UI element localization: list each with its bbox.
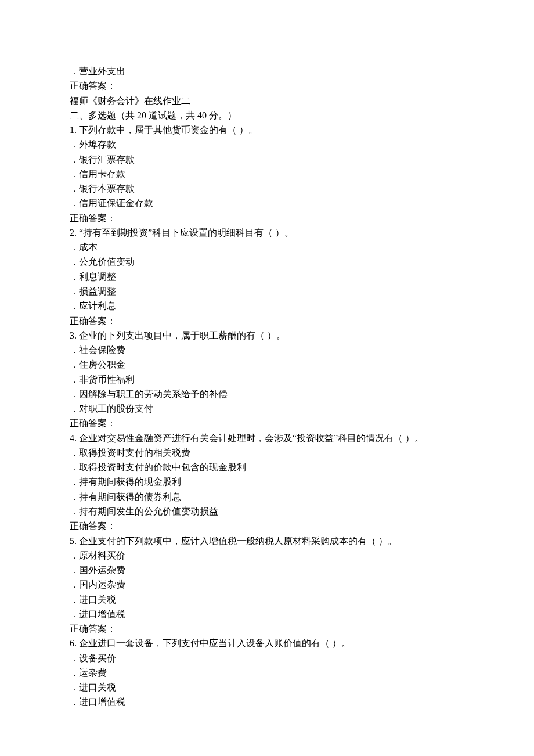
option: ．银行本票存款 [70,181,464,196]
option: ．取得投资时支付的价款中包含的现金股利 [70,460,464,474]
question-1: 1. 下列存款中，属于其他货币资金的有（ ）。 [70,123,464,137]
prev-answer-label: 正确答案： [70,78,464,93]
answer-label: 正确答案： [70,519,464,533]
option: ．住房公积金 [70,357,464,372]
option: ．信用卡存款 [70,167,464,181]
option: ．外埠存款 [70,137,464,152]
option: ．对职工的股份支付 [70,401,464,416]
question-5: 5. 企业支付的下列款项中，应计入增值税一般纳税人原材料采购成本的有（ ）。 [70,534,464,548]
option: ．成本 [70,240,464,254]
question-6: 6. 企业进口一套设备，下列支付中应当计入设备入账价值的有（ ）。 [70,636,464,650]
question-text: 企业的下列支出项目中，属于职工薪酬的有（ ）。 [77,330,286,340]
question-number: 3. [70,330,77,340]
option: ．损益调整 [70,284,464,298]
section-header: 二、多选题（共 20 道试题，共 40 分。） [70,108,464,123]
option: ．银行汇票存款 [70,152,464,167]
answer-label: 正确答案： [70,621,464,636]
answer-label: 正确答案： [70,314,464,328]
option: ．公允价值变动 [70,254,464,269]
option: ．利息调整 [70,269,464,284]
option: ．因解除与职工的劳动关系给予的补偿 [70,387,464,401]
question-3: 3. 企业的下列支出项目中，属于职工薪酬的有（ ）。 [70,328,464,343]
option: ．进口关税 [70,592,464,607]
question-number: 2. [70,228,77,237]
option: ．国内运杂费 [70,577,464,592]
option: ．进口增值税 [70,694,464,709]
option: ．运杂费 [70,665,464,680]
option: ．取得投资时支付的相关税费 [70,445,464,460]
option: ．社会保险费 [70,343,464,357]
question-number: 6. [70,638,77,648]
prev-option: ．营业外支出 [70,64,464,78]
option: ．持有期间获得的债券利息 [70,489,464,504]
option: ．国外运杂费 [70,563,464,577]
option: ．进口增值税 [70,607,464,621]
option: ．持有期间发生的公允价值变动损益 [70,504,464,519]
assignment-title: 福师《财务会计》在线作业二 [70,93,464,108]
question-2: 2. “持有至到期投资”科目下应设置的明细科目有（ ）。 [70,225,464,240]
option: ．原材料买价 [70,548,464,563]
option: ．信用证保证金存款 [70,196,464,210]
option: ．设备买价 [70,651,464,665]
question-number: 5. [70,536,77,546]
question-text: 企业支付的下列款项中，应计入增值税一般纳税人原材料采购成本的有（ ）。 [77,536,397,546]
question-number: 1. [70,125,77,135]
question-4: 4. 企业对交易性金融资产进行有关会计处理时，会涉及“投资收益”科目的情况有（ … [70,431,464,445]
question-number: 4. [70,433,77,443]
option: ．持有期间获得的现金股利 [70,474,464,489]
question-text: 企业对交易性金融资产进行有关会计处理时，会涉及“投资收益”科目的情况有（ ）。 [77,433,424,443]
question-text: “持有至到期投资”科目下应设置的明细科目有（ ）。 [77,228,294,237]
answer-label: 正确答案： [70,416,464,430]
option: ．进口关税 [70,680,464,694]
answer-label: 正确答案： [70,211,464,225]
option: ．非货币性福利 [70,372,464,387]
question-text: 企业进口一套设备，下列支付中应当计入设备入账价值的有（ ）。 [77,638,351,648]
option: ．应计利息 [70,298,464,313]
question-text: 下列存款中，属于其他货币资金的有（ ）。 [77,125,258,135]
